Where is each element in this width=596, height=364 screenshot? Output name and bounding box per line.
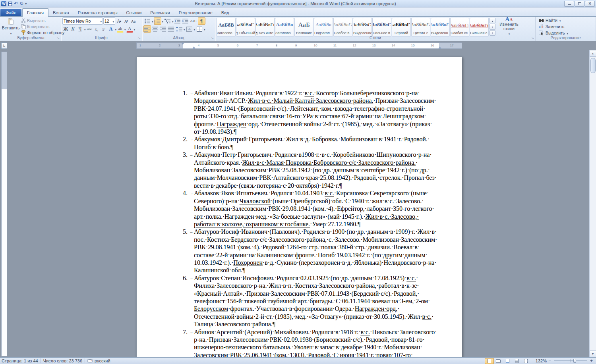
style-item[interactable]: АаБНазвание xyxy=(294,18,313,37)
scrollbar-thumb[interactable] xyxy=(590,58,596,73)
page-indicator[interactable]: Страница: 1 из 44 xyxy=(2,358,38,363)
font-size-combo[interactable]: 12 xyxy=(103,17,115,25)
borders-button[interactable] xyxy=(195,25,203,33)
paragraph-dialog-launcher[interactable] xyxy=(210,36,215,40)
undo-icon[interactable]: ↶ xyxy=(14,2,18,6)
justify-button[interactable] xyxy=(167,25,175,33)
paragraph[interactable]: 1.→Абайкин·​Иван·​Ильич.·​Родился·​в·​19… xyxy=(183,89,439,135)
shading-dropdown-icon[interactable] xyxy=(194,27,195,31)
right-indent-marker[interactable] xyxy=(438,45,441,49)
numbering-button[interactable]: 1 2 3 xyxy=(154,17,161,25)
hanging-indent-marker[interactable] xyxy=(192,45,195,49)
paragraph[interactable]: 4.→Абалаков·​Яков·​Игнатьевич.·​Родился·… xyxy=(183,189,439,228)
style-item[interactable]: АаБбВвГгСильное в... xyxy=(372,18,391,37)
underline-dropdown-icon[interactable] xyxy=(84,27,86,31)
clipboard-dialog-launcher[interactable] xyxy=(56,36,60,40)
bullets-dropdown-icon[interactable] xyxy=(151,19,153,23)
change-styles-button[interactable]: АА Изменить стили xyxy=(496,17,522,36)
grow-font-button[interactable]: А▴ xyxy=(116,17,122,25)
document-page[interactable]: 1.→Абайкин·​Иван·​Ильич.·​Родился·​в·​19… xyxy=(136,57,462,357)
select-button[interactable]: Выделить xyxy=(539,30,594,36)
scroll-up-arrow[interactable]: ▲ xyxy=(590,50,596,57)
tab-home[interactable]: Главная xyxy=(22,8,48,17)
align-center-button[interactable] xyxy=(151,25,159,33)
font-color-button[interactable]: А xyxy=(126,25,133,33)
paste-button[interactable]: Вставить xyxy=(2,17,19,36)
bold-button[interactable]: Ж xyxy=(62,25,69,33)
sort-button[interactable]: АЯ↓ xyxy=(190,17,197,25)
styles-more-button[interactable]: ▾ xyxy=(490,30,495,36)
multilevel-list-button[interactable] xyxy=(164,17,171,25)
highlight-color-button[interactable]: ab xyxy=(117,25,124,33)
paragraph[interactable]: 5.→Абатуров·​Иосиф·​Иванович·​(Павлович)… xyxy=(183,228,439,274)
italic-button[interactable]: К xyxy=(70,25,76,33)
shading-button[interactable] xyxy=(186,25,193,33)
style-item[interactable]: АаБбВвГгЦитата 2 xyxy=(411,18,430,37)
shrink-font-button[interactable]: А▾ xyxy=(123,17,130,25)
style-item[interactable]: АаБбВЗаголово... xyxy=(217,18,236,37)
repeat-icon[interactable]: ↻ xyxy=(19,2,23,6)
word-count[interactable]: Число слов: 23 736 xyxy=(43,358,82,363)
tab-insert[interactable]: Вставка xyxy=(48,9,74,16)
print-layout-view-button[interactable] xyxy=(485,358,494,364)
zoom-slider[interactable] xyxy=(554,360,587,361)
web-layout-view-button[interactable] xyxy=(503,358,512,364)
style-item[interactable]: АаБбВвГгСлабая сс... xyxy=(450,18,469,37)
replace-button[interactable]: a b Заменить xyxy=(539,24,594,30)
styles-scroll-up-button[interactable]: ▴ xyxy=(490,18,495,23)
line-spacing-button[interactable] xyxy=(175,25,183,33)
outline-view-button[interactable] xyxy=(512,358,521,364)
font-color-dropdown-icon[interactable] xyxy=(134,27,135,31)
decrease-indent-button[interactable] xyxy=(174,17,182,25)
fullscreen-reading-view-button[interactable] xyxy=(494,358,503,364)
borders-dropdown-icon[interactable] xyxy=(203,27,205,31)
first-line-indent-marker[interactable] xyxy=(181,42,184,46)
styles-scroll-down-button[interactable]: ▾ xyxy=(490,24,495,29)
draft-view-button[interactable] xyxy=(521,358,530,364)
superscript-button[interactable]: x² xyxy=(101,25,107,33)
zoom-out-button[interactable]: − xyxy=(547,358,553,364)
zoom-in-button[interactable]: + xyxy=(588,358,594,364)
style-item[interactable]: АаБбВвГгСлабое в... xyxy=(333,18,352,37)
style-item[interactable]: АаБбВвГг,Сильная с... xyxy=(470,18,489,37)
paragraph[interactable]: 7.→Абинов·​Арсентий·​(Арсений)·​Михайлов… xyxy=(183,328,439,357)
numbering-dropdown-icon[interactable] xyxy=(162,19,164,23)
tab-file[interactable]: Файл xyxy=(0,9,21,16)
tab-references[interactable]: Ссылки xyxy=(122,9,146,16)
proofing-book-icon[interactable] xyxy=(87,359,93,363)
tab-review[interactable]: Рецензирование xyxy=(174,9,217,16)
align-right-button[interactable] xyxy=(159,25,167,33)
tab-page-layout[interactable]: Разметка страницы xyxy=(74,9,122,16)
style-item[interactable]: АаБбВвГг,¶ Обычный xyxy=(236,18,255,37)
style-item[interactable]: АаБбВвПодзагол... xyxy=(314,18,333,37)
clear-formatting-button[interactable]: Аа xyxy=(130,17,137,25)
tab-mailings[interactable]: Рассылки xyxy=(146,9,174,16)
style-item[interactable]: АаБбВвГгВыделение xyxy=(353,18,372,37)
font-name-combo[interactable]: Times New Ro xyxy=(62,17,103,25)
close-button[interactable] xyxy=(585,1,595,7)
scroll-down-arrow[interactable]: ▼ xyxy=(590,351,596,357)
align-left-button[interactable] xyxy=(143,25,151,33)
tab-selector[interactable]: L xyxy=(1,42,7,49)
text-effects-dropdown-icon[interactable] xyxy=(115,27,117,31)
maximize-button[interactable] xyxy=(575,1,584,7)
tab-view[interactable]: Вид xyxy=(217,9,234,16)
bullets-button[interactable] xyxy=(143,17,151,25)
highlight-dropdown-icon[interactable] xyxy=(124,27,126,31)
style-item[interactable]: АаБбВвГгВыделенн... xyxy=(431,18,450,37)
format-painter-button[interactable]: Формат по образцу xyxy=(20,30,65,36)
paragraph[interactable]: 2.→Абакумов·​Дмитрий·​Григорьевич.·​Жил·… xyxy=(183,135,439,151)
style-item[interactable]: АаБбВвГг,¶ Без инте... xyxy=(255,18,275,37)
zoom-slider-thumb[interactable] xyxy=(573,359,576,363)
text-effects-button[interactable]: А xyxy=(108,25,114,33)
minimize-button[interactable] xyxy=(564,1,574,7)
save-icon[interactable] xyxy=(8,2,12,6)
paragraph[interactable]: 6.→Абатуров·​Степан·​Иосифович.·​Родился… xyxy=(183,274,439,328)
increase-indent-button[interactable] xyxy=(182,17,190,25)
style-item[interactable]: АаБбВвГг,Строгий xyxy=(392,18,411,37)
paragraph[interactable]: 3.→Абакумов·​Петр·​Григорьевич.·​Родился… xyxy=(183,151,439,189)
font-dialog-launcher[interactable] xyxy=(137,36,141,40)
language-indicator[interactable]: русский xyxy=(95,358,110,363)
copy-button[interactable]: Копировать xyxy=(20,23,65,29)
style-item[interactable]: АаБбВвЗаголово... xyxy=(275,18,294,37)
